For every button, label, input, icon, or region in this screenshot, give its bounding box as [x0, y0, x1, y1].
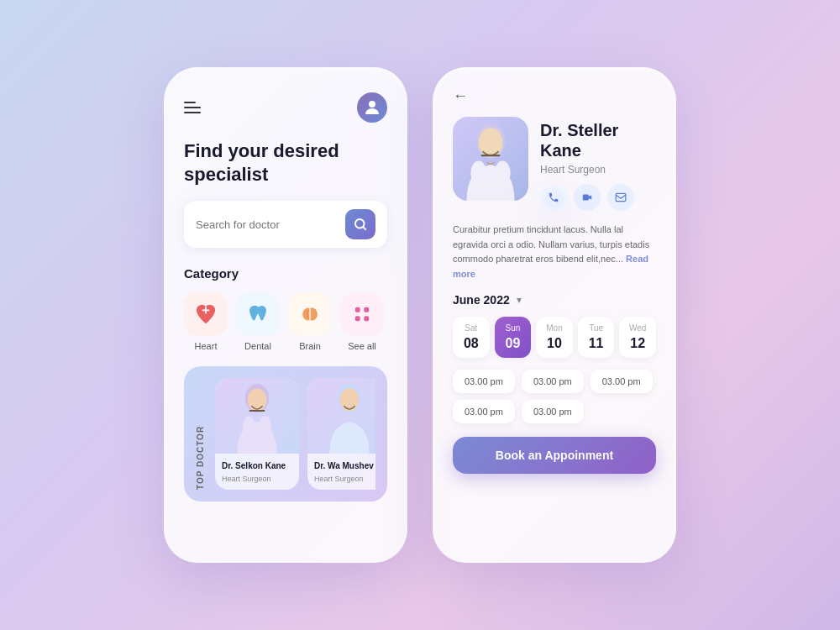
- page-title: Find your desired specialist: [184, 139, 387, 186]
- svg-point-13: [248, 389, 267, 411]
- brain-label: Brain: [299, 341, 321, 351]
- svg-point-11: [243, 417, 255, 436]
- heart-icon: [184, 292, 228, 336]
- day-tue[interactable]: Tue 11: [578, 317, 615, 358]
- phone-1: Find your desired specialist Category: [164, 67, 407, 563]
- book-appointment-button[interactable]: Book an Appoinment: [453, 437, 656, 474]
- seeall-icon: [340, 292, 384, 336]
- svg-rect-19: [481, 155, 501, 156]
- doctor-name-1: Dr. Selkon Kane: [222, 460, 292, 471]
- video-button[interactable]: [574, 184, 601, 211]
- search-button[interactable]: [345, 209, 375, 239]
- doctor-header: Dr. Steller Kane Heart Surgeon: [453, 117, 656, 211]
- doctor-card-1[interactable]: Dr. Selkon Kane Heart Surgeon: [215, 378, 299, 490]
- p1-header: [184, 92, 387, 123]
- month-label: June 2022: [453, 293, 510, 307]
- time-slot-5[interactable]: 03.00 pm: [522, 400, 584, 423]
- hamburger-menu[interactable]: [184, 102, 201, 113]
- doctor-spec-2: Heart Surgeon: [314, 475, 375, 483]
- svg-rect-9: [364, 316, 369, 321]
- doctor-actions: [540, 184, 656, 211]
- svg-point-18: [479, 129, 503, 157]
- doctor-card-img-2: [307, 378, 375, 454]
- category-dental[interactable]: Dental: [236, 292, 280, 351]
- calendar-header: June 2022 ▾: [453, 293, 656, 307]
- top-doctor-label: Top Doctor: [196, 378, 205, 490]
- svg-point-4: [307, 308, 318, 320]
- calendar-days: Sat 08 Sun 09 Mon 10 Tue 11 Wed 12: [453, 317, 656, 358]
- categories: Heart Dental Brain: [184, 292, 387, 351]
- svg-point-21: [495, 161, 511, 186]
- time-slot-3[interactable]: 03.00 pm: [591, 370, 653, 393]
- avatar[interactable]: [357, 92, 387, 123]
- top-doctor-section: Top Doctor: [184, 366, 387, 501]
- time-slot-2[interactable]: 03.00 pm: [522, 370, 584, 393]
- seeall-label: See all: [348, 341, 376, 351]
- doctor-name-2: Dr. Wa Mushev: [314, 460, 375, 471]
- day-sat[interactable]: Sat 08: [453, 317, 490, 358]
- back-button[interactable]: ←: [453, 87, 656, 105]
- doctor-card-2[interactable]: Dr. Wa Mushev Heart Surgeon: [307, 378, 375, 490]
- svg-rect-6: [355, 307, 360, 312]
- day-name: Tue: [589, 323, 603, 333]
- time-slot-1[interactable]: 03.00 pm: [453, 370, 515, 393]
- brain-icon: [288, 292, 332, 336]
- dental-icon: [236, 292, 280, 336]
- call-button[interactable]: [540, 184, 567, 211]
- svg-point-20: [470, 161, 486, 186]
- category-title: Category: [184, 266, 387, 281]
- svg-rect-7: [364, 307, 369, 312]
- doctor-card-info-1: Dr. Selkon Kane Heart Surgeon: [215, 454, 299, 490]
- day-number: 09: [505, 336, 520, 351]
- doctor-specialty: Heart Surgeon: [540, 164, 656, 176]
- day-mon[interactable]: Mon 10: [536, 317, 573, 358]
- svg-rect-8: [355, 316, 360, 321]
- day-number: 08: [464, 336, 479, 351]
- category-seeall[interactable]: See all: [340, 292, 384, 351]
- day-wed[interactable]: Wed 12: [619, 317, 656, 358]
- doctor-bio: Curabitur pretium tincidunt lacus. Nulla…: [453, 223, 656, 281]
- svg-point-0: [369, 101, 375, 108]
- svg-point-1: [355, 219, 365, 228]
- day-sun[interactable]: Sun 09: [495, 317, 532, 358]
- month-chevron-icon[interactable]: ▾: [517, 294, 522, 306]
- svg-point-12: [259, 417, 271, 436]
- day-number: 11: [589, 336, 604, 351]
- heart-label: Heart: [195, 341, 218, 351]
- search-bar: [184, 201, 387, 248]
- time-slot-4[interactable]: 03.00 pm: [453, 400, 515, 423]
- svg-line-2: [363, 227, 365, 229]
- category-heart[interactable]: Heart: [184, 292, 228, 351]
- doctor-card-info-2: Dr. Wa Mushev Heart Surgeon: [307, 454, 375, 490]
- doctor-spec-1: Heart Surgeon: [222, 475, 292, 483]
- dental-label: Dental: [244, 341, 271, 351]
- svg-point-16: [340, 389, 360, 411]
- search-input[interactable]: [196, 218, 337, 231]
- day-number: 12: [630, 336, 645, 351]
- day-name: Sun: [505, 323, 520, 333]
- day-name: Mon: [546, 323, 562, 333]
- doctor-image: [453, 117, 528, 201]
- doctor-name: Dr. Steller Kane: [540, 120, 656, 160]
- time-slots: 03.00 pm 03.00 pm 03.00 pm 03.00 pm 03.0…: [453, 370, 656, 423]
- doctor-card-img-1: [215, 378, 299, 454]
- doctor-cards: Dr. Selkon Kane Heart Surgeon: [215, 378, 375, 490]
- category-brain[interactable]: Brain: [288, 292, 332, 351]
- mail-button[interactable]: [607, 184, 634, 211]
- phones-container: Find your desired specialist Category: [164, 67, 676, 563]
- svg-rect-22: [616, 193, 626, 201]
- svg-rect-14: [249, 410, 265, 412]
- doctor-info: Dr. Steller Kane Heart Surgeon: [540, 117, 656, 211]
- day-name: Sat: [465, 323, 477, 333]
- day-name: Wed: [629, 323, 646, 333]
- day-number: 10: [547, 336, 562, 351]
- phone-2: ← Dr. Steller Kane Heart Surgeon: [433, 67, 676, 563]
